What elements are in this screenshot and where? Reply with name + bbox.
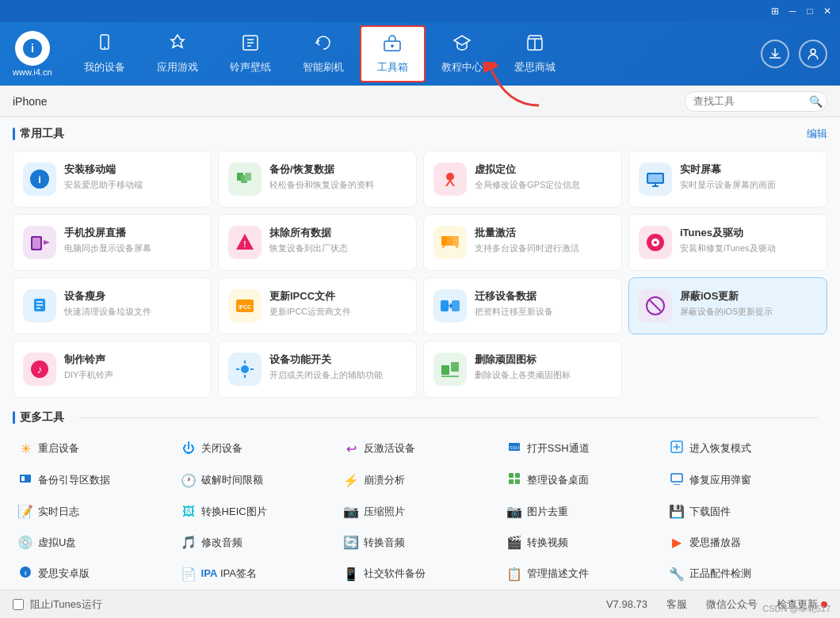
svg-rect-16 xyxy=(245,173,251,181)
screen-name: 实时屏幕 xyxy=(680,162,817,177)
block-name: 屏蔽iOS更新 xyxy=(680,289,817,303)
backup-desc: 轻松备份和恢复设备的资料 xyxy=(269,179,407,191)
more-tool-android[interactable]: i 爱思安卓版 xyxy=(13,559,176,588)
tool-slim[interactable]: 设备瘦身 快速清理设备垃圾文件 xyxy=(13,277,212,334)
tool-itunes[interactable]: iTunes及驱动 安装和修复iTunes及驱动 xyxy=(628,214,827,271)
convert-video-label: 转换视频 xyxy=(527,536,568,550)
firmware-icon: 💾 xyxy=(669,504,685,519)
nav-label-store: 爱思商城 xyxy=(514,60,556,74)
more-tool-recovery[interactable]: 进入恢复模式 xyxy=(664,434,827,463)
search-input[interactable] xyxy=(693,95,804,107)
ringtone-name: 制作铃声 xyxy=(64,353,201,367)
edit-button[interactable]: 编辑 xyxy=(807,127,827,141)
more-tool-player[interactable]: ▶ 爱思播放器 xyxy=(664,528,827,556)
customer-service-link[interactable]: 客服 xyxy=(666,597,687,612)
tool-realtime-screen[interactable]: 实时屏幕 实时显示设备屏幕的画面 xyxy=(628,151,827,208)
udisk-label: 虚拟U盘 xyxy=(38,536,76,550)
more-divider xyxy=(78,418,818,418)
svg-text:i: i xyxy=(31,42,34,55)
more-tool-crash[interactable]: ⚡ 崩溃分析 xyxy=(338,466,502,494)
social-icon: 📱 xyxy=(343,566,359,582)
common-tools-grid: i 安装移动端 安装爱思助手移动端 备份/恢复数据 轻松备份和恢复设备的资料 虚… xyxy=(13,151,827,398)
tool-migrate[interactable]: 迁移设备数据 把资料迁移至新设备 xyxy=(423,277,622,334)
title-bar: ⊞ ─ □ ✕ xyxy=(0,0,840,22)
more-tool-deactivate[interactable]: ↩ 反激活设备 xyxy=(338,434,502,463)
slim-name: 设备瘦身 xyxy=(64,289,201,303)
more-tool-modify-audio[interactable]: 🎵 修改音频 xyxy=(176,528,339,556)
nav-item-toolbox[interactable]: 工具箱 xyxy=(360,25,426,82)
device-icon xyxy=(95,33,114,57)
remove-icon-info: 删除顽固图标 删除设备上各类顽固图标 xyxy=(475,353,612,381)
more-tool-dedup[interactable]: 📷 图片去重 xyxy=(502,498,665,525)
nav-item-tutorials[interactable]: 教程中心 xyxy=(426,27,498,81)
tool-remove-icon[interactable]: 删除顽固图标 删除设备上各类顽固图标 xyxy=(423,341,622,398)
tool-block-update[interactable]: 屏蔽iOS更新 屏蔽设备的iOS更新提示 xyxy=(628,277,827,334)
more-tool-log[interactable]: 📝 实时日志 xyxy=(13,498,176,525)
wechat-link[interactable]: 微信公众号 xyxy=(706,597,758,612)
tool-wipe[interactable]: ! 抹除所有数据 恢复设备到出厂状态 xyxy=(218,214,417,271)
more-tool-time-limit[interactable]: 🕐 破解时间限额 xyxy=(176,466,339,494)
time-label: 破解时间限额 xyxy=(201,473,263,487)
nav-label-tutorials: 教程中心 xyxy=(441,60,483,74)
minimize-btn[interactable]: ─ xyxy=(786,5,799,17)
nav-item-my-device[interactable]: 我的设备 xyxy=(68,27,141,81)
download-btn[interactable] xyxy=(761,40,789,68)
slim-info: 设备瘦身 快速清理设备垃圾文件 xyxy=(64,289,201,318)
tool-backup-restore[interactable]: 备份/恢复数据 轻松备份和恢复设备的资料 xyxy=(218,151,417,208)
settings-btn[interactable]: ⊞ xyxy=(769,5,781,17)
batch-info: 批量激活 支持多台设备同时进行激活 xyxy=(475,226,612,254)
more-tool-organize[interactable]: 整理设备桌面 xyxy=(502,466,665,494)
tool-toggle[interactable]: 设备功能开关 开启或关闭设备上的辅助功能 xyxy=(218,341,417,398)
mirror-icon xyxy=(23,226,56,259)
more-tool-shutdown[interactable]: ⏻ 关闭设备 xyxy=(176,434,339,463)
nav-right xyxy=(761,40,827,68)
modify-audio-icon: 🎵 xyxy=(181,535,197,550)
more-tool-genuine[interactable]: 🔧 正品配件检测 xyxy=(664,559,827,588)
more-tool-social-backup[interactable]: 📱 社交软件备份 xyxy=(338,559,502,588)
log-icon: 📝 xyxy=(17,504,33,519)
more-tool-udisk[interactable]: 💿 虚拟U盘 xyxy=(13,528,176,556)
svg-rect-58 xyxy=(515,479,520,484)
ringtone-info: 制作铃声 DIY手机铃声 xyxy=(64,353,201,381)
account-btn[interactable] xyxy=(799,40,827,68)
tool-batch-activate[interactable]: 批量激活 支持多台设备同时进行激活 xyxy=(423,214,622,271)
slim-icon xyxy=(23,289,56,322)
svg-text:i: i xyxy=(38,174,41,185)
more-tool-repair-popup[interactable]: 修复应用弹窗 xyxy=(664,466,827,494)
svg-rect-36 xyxy=(441,300,449,311)
more-tool-convert-audio[interactable]: 🔄 转换音频 xyxy=(338,528,502,556)
more-tool-heic[interactable]: 🖼 转换HEIC图片 xyxy=(176,498,339,525)
svg-point-46 xyxy=(241,365,249,373)
apps-icon xyxy=(168,33,187,57)
tool-virtual-location[interactable]: 虚拟定位 全局修改设备GPS定位信息 xyxy=(423,151,622,208)
close-btn[interactable]: ✕ xyxy=(821,5,834,17)
tool-install-mobile[interactable]: i 安装移动端 安装爱思助手移动端 xyxy=(13,151,212,208)
svg-point-10 xyxy=(811,49,815,54)
search-box[interactable]: 🔍 xyxy=(685,91,827,112)
ssh-label: 打开SSH通道 xyxy=(527,441,590,456)
maximize-btn[interactable]: □ xyxy=(804,5,816,17)
ringtone-desc: DIY手机铃声 xyxy=(64,369,201,381)
more-tool-ssh[interactable]: SSH 打开SSH通道 xyxy=(502,434,665,463)
nav-item-store[interactable]: 爱思商城 xyxy=(498,27,571,81)
section-bar xyxy=(13,128,15,140)
more-tool-convert-video[interactable]: 🎬 转换视频 xyxy=(502,528,665,556)
nav-item-ringtones[interactable]: 铃声壁纸 xyxy=(214,27,287,81)
reboot-icon: ✳ xyxy=(17,441,33,456)
genuine-icon: 🔧 xyxy=(669,566,685,582)
more-tool-backup-sector[interactable]: 备份引导区数据 xyxy=(13,466,176,494)
tool-ringtone[interactable]: ♪ 制作铃声 DIY手机铃声 xyxy=(13,341,212,398)
more-tool-ipa-sign[interactable]: 📄 IPA IPA签名 xyxy=(176,559,339,588)
toggle-desc: 开启或关闭设备上的辅助功能 xyxy=(269,369,407,381)
nav-item-apps[interactable]: 应用游戏 xyxy=(141,27,214,81)
more-tool-profile[interactable]: 📋 管理描述文件 xyxy=(502,559,665,588)
more-tool-firmware[interactable]: 💾 下载固件 xyxy=(664,498,827,525)
tool-mirror[interactable]: 手机投屏直播 电脑同步显示设备屏幕 xyxy=(13,214,212,271)
more-tool-reboot[interactable]: ✳ 重启设备 xyxy=(13,434,176,463)
itunes-checkbox[interactable] xyxy=(13,599,24,610)
nav-item-smart-flash[interactable]: 智能刷机 xyxy=(287,27,360,81)
block-icon xyxy=(639,289,672,322)
more-tool-compress-photo[interactable]: 📷 压缩照片 xyxy=(338,498,502,525)
tool-ipcc[interactable]: IPCC 更新IPCC文件 更新IPCC运营商文件 xyxy=(218,277,417,334)
mirror-desc: 电脑同步显示设备屏幕 xyxy=(64,242,201,254)
